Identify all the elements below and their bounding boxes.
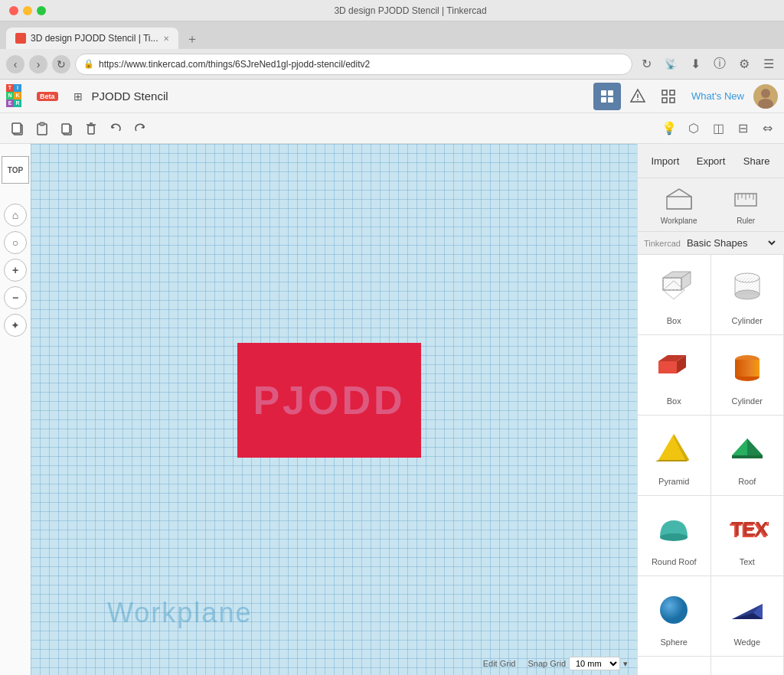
cylinder-wire-icon	[723, 264, 772, 313]
shape-round-roof[interactable]: Round Roof	[638, 496, 711, 576]
grid-view-button[interactable]: ⊞	[67, 86, 89, 107]
svg-rect-19	[88, 126, 94, 134]
tab-close-button[interactable]: ✕	[163, 34, 169, 43]
app-toolbar-2: 💡 ⬡ ◫ ⊟ ⇔	[0, 113, 784, 144]
copy-button[interactable]	[6, 117, 29, 140]
shape-cylinder-solid[interactable]: Cylinder	[711, 335, 785, 416]
shape-box-solid[interactable]: Box	[638, 335, 711, 416]
undo-button[interactable]	[104, 117, 127, 140]
ruler-tool[interactable]: Ruler	[730, 184, 761, 225]
svg-rect-18	[62, 124, 70, 133]
import-button[interactable]: Import	[644, 150, 687, 171]
info-icon[interactable]: ⓘ	[710, 55, 729, 73]
svg-point-6	[637, 99, 639, 100]
shape-icon[interactable]: ⬡	[683, 118, 704, 139]
svg-text:TEXT: TEXT	[731, 517, 769, 540]
zoom-in-button[interactable]: +	[4, 259, 27, 282]
snap-grid-label: Snap Grid	[528, 659, 566, 668]
fit-button[interactable]: ✦	[4, 314, 27, 337]
window-title: 3D design PJODD Stencil | Tinkercad	[46, 5, 775, 16]
canvas-area[interactable]: Workplane PJODD Edit Grid Snap Grid 10 m…	[31, 144, 637, 675]
beta-badge: Beta	[37, 92, 58, 101]
shape-roof-label: Roof	[738, 477, 756, 486]
ruler-icon	[730, 184, 761, 215]
shape-wedge[interactable]: Wedge	[711, 576, 785, 657]
extensions-icon[interactable]: ⚙	[735, 55, 753, 73]
shape-sphere[interactable]: Sphere	[638, 576, 711, 657]
svg-rect-14	[12, 123, 21, 133]
shape-cylinder-wire[interactable]: Cylinder	[711, 255, 785, 335]
shape-box-wire[interactable]: Box	[638, 255, 711, 335]
canvas-bottom-bar: Edit Grid Snap Grid 10 mm 1 mm 0.5 mm ▾	[31, 652, 637, 675]
new-tab-button[interactable]: ＋	[181, 30, 203, 49]
shape-text[interactable]: TEXT TEXT Text	[711, 496, 785, 576]
group-button[interactable]	[655, 83, 682, 110]
shape-pyramid-solid[interactable]: Pyramid	[638, 416, 711, 496]
cylinder-solid-icon	[723, 344, 772, 393]
shape-cone[interactable]: Cone	[638, 657, 711, 675]
duplicate-button[interactable]	[55, 117, 78, 140]
view-cube[interactable]: TOP	[0, 150, 34, 196]
minimize-dot[interactable]	[23, 6, 32, 15]
share-button[interactable]: Share	[735, 150, 778, 171]
logo-e: E	[6, 99, 14, 107]
svg-marker-60	[732, 455, 763, 458]
export-button[interactable]: Export	[690, 150, 733, 171]
light-icon[interactable]: 💡	[658, 118, 680, 139]
panel-collapse-handle[interactable]: ❯	[637, 394, 638, 425]
user-avatar[interactable]	[753, 84, 778, 109]
svg-rect-10	[670, 98, 675, 103]
svg-point-47	[735, 290, 760, 299]
lock-icon: 🔒	[83, 59, 94, 69]
workplane-tool[interactable]: Workplane	[661, 184, 697, 225]
zoom-out-button[interactable]: −	[4, 286, 27, 309]
edit-grid-label[interactable]: Edit Grid	[483, 659, 516, 668]
forward-button[interactable]: ›	[29, 55, 47, 73]
app-toolbar: T I N K E R Beta ⊞ PJODD Stencil	[0, 80, 784, 113]
roof-solid-icon	[723, 425, 772, 474]
category-select[interactable]: Basic Shapes Letters Connectors	[684, 236, 778, 249]
menu-icon[interactable]: ☰	[760, 55, 778, 73]
logo-i: I	[14, 84, 21, 92]
shape-box-wire-label: Box	[667, 316, 681, 325]
close-dot[interactable]	[9, 6, 18, 15]
snap-grid-select[interactable]: 10 mm 1 mm 0.5 mm	[569, 657, 620, 670]
grid-layout-button[interactable]	[593, 83, 621, 110]
back-button[interactable]: ‹	[6, 55, 24, 73]
svg-marker-23	[141, 126, 145, 129]
flip-icon[interactable]: ⇔	[756, 118, 778, 139]
shape-half-sphere[interactable]: Half Sphere	[711, 657, 785, 675]
shape-sphere-label: Sphere	[661, 638, 688, 647]
whats-new-button[interactable]: What's New	[685, 87, 750, 105]
ruler-label: Ruler	[737, 217, 755, 225]
panel-category: Tinkercad Basic Shapes Letters Connector…	[638, 232, 784, 255]
shape-pyramid-label: Pyramid	[658, 477, 689, 486]
shape-roof-solid[interactable]: Roof	[711, 416, 785, 496]
align-icon[interactable]: ⊟	[732, 118, 753, 139]
redo-button[interactable]	[129, 117, 152, 140]
snap-grid-arrow: ▾	[623, 659, 628, 669]
home-view-button[interactable]: ⌂	[4, 204, 27, 227]
download-icon[interactable]: ⬇	[686, 55, 704, 73]
app-container: T I N K E R Beta ⊞ PJODD Stencil	[0, 80, 784, 675]
refresh-button[interactable]: ↻	[52, 55, 70, 73]
rss-icon[interactable]: 📡	[662, 55, 680, 73]
stencil-design[interactable]: PJODD	[237, 343, 421, 458]
active-tab[interactable]: 3D design PJODD Stencil | Ti... ✕	[6, 28, 178, 49]
paste-button[interactable]	[31, 117, 54, 140]
reload-icon[interactable]: ↻	[637, 55, 655, 73]
svg-point-11	[761, 89, 770, 98]
tab-favicon	[15, 33, 26, 44]
svg-rect-3	[608, 97, 613, 103]
orbit-button[interactable]: ○	[4, 231, 27, 254]
svg-line-25	[667, 189, 679, 197]
build-button[interactable]	[624, 83, 652, 110]
browser-titlebar: 3D design PJODD Stencil | Tinkercad	[0, 0, 784, 21]
panel-actions: Import Export Share	[638, 144, 784, 178]
svg-point-12	[758, 99, 773, 109]
maximize-dot[interactable]	[37, 6, 46, 15]
delete-button[interactable]	[80, 117, 103, 140]
svg-marker-22	[111, 126, 115, 129]
mirror-icon[interactable]: ◫	[707, 118, 729, 139]
url-bar[interactable]: 🔒 https://www.tinkercad.com/things/6SJre…	[75, 54, 632, 75]
